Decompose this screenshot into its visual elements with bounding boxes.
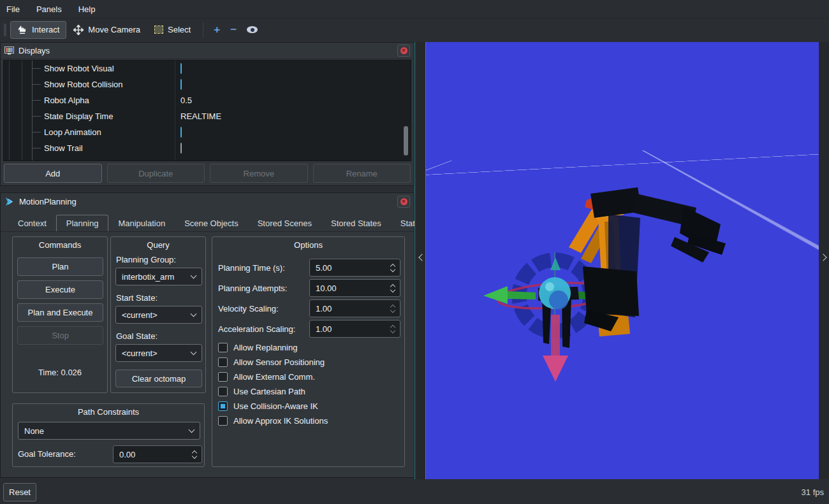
select-tool-button[interactable]: Select (147, 21, 198, 39)
use-cartesian-path-checkbox[interactable] (218, 387, 228, 396)
planning-attempts-spinbox[interactable]: 10.00 (309, 279, 400, 297)
duplicate-display-button[interactable]: Duplicate (107, 164, 205, 183)
allow-approx-ik-solutions-checkbox[interactable] (218, 416, 228, 426)
remove-display-button[interactable]: Remove (210, 164, 308, 183)
robot-scene (426, 42, 819, 479)
panel-collapse-handle-left[interactable] (414, 42, 426, 479)
spin-arrows-icon[interactable] (391, 264, 399, 271)
displays-button-row: Add Duplicate Remove Rename (1, 164, 414, 183)
chevron-down-icon (189, 426, 195, 433)
3d-viewport[interactable] (426, 42, 819, 479)
path-constraints-select[interactable]: None (18, 422, 200, 440)
property-checkbox[interactable] (180, 127, 182, 138)
property-row[interactable]: Loop Animation (4, 124, 411, 140)
property-value[interactable]: REALTIME (180, 112, 221, 121)
panel-collapse-handle-right[interactable] (819, 42, 829, 479)
zoom-in-button[interactable]: + (209, 24, 225, 36)
planning-time-spinbox[interactable]: 5.00 (309, 259, 400, 277)
property-value[interactable]: 0.5 (180, 96, 192, 105)
goal-tolerance-spinbox[interactable]: 0.00 (113, 445, 202, 463)
property-row[interactable]: State Display Time REALTIME (4, 108, 411, 124)
allow-sensor-positioning-checkbox-row[interactable]: Allow Sensor Positioning (218, 357, 325, 367)
property-row[interactable]: Robot Alpha 0.5 (4, 92, 411, 108)
spin-arrows-icon[interactable] (391, 285, 399, 292)
displays-close-button[interactable]: × (397, 45, 410, 57)
move-camera-tool-label: Move Camera (88, 25, 140, 34)
tab-stored-states[interactable]: Stored States (321, 216, 391, 231)
rename-display-button[interactable]: Rename (313, 164, 411, 183)
menu-file[interactable]: File (6, 4, 29, 14)
reset-button[interactable]: Reset (3, 483, 36, 501)
fps-counter: 31 fps (802, 487, 824, 497)
stop-button[interactable]: Stop (17, 326, 103, 345)
property-checkbox[interactable] (180, 143, 182, 154)
x-axis-arrow-left (483, 286, 536, 304)
spin-arrows-icon[interactable] (391, 326, 399, 333)
allow-replanning-checkbox-row[interactable]: Allow Replanning (218, 343, 297, 352)
property-checkbox[interactable] (180, 63, 182, 74)
zoom-out-button[interactable]: − (225, 24, 242, 36)
property-row[interactable]: Show Robot Visual (4, 61, 411, 76)
displays-panel-title: Displays (18, 46, 393, 55)
velocity-scaling-spinbox[interactable]: 1.00 (309, 299, 400, 317)
use-cartesian-path-checkbox-row[interactable]: Use Cartesian Path (218, 387, 305, 396)
tab-context[interactable]: Context (8, 216, 56, 231)
spin-arrows-icon[interactable] (193, 451, 200, 458)
property-row[interactable]: Trail Step Size 1 (4, 156, 411, 161)
allow-external-comm-checkbox[interactable] (218, 372, 228, 382)
commands-group: Commands Plan Execute Plan and Execute S… (12, 236, 108, 393)
menu-help[interactable]: Help (78, 4, 105, 14)
tab-stored-scenes[interactable]: Stored Scenes (248, 216, 321, 231)
tab-manipulation[interactable]: Manipulation (108, 216, 175, 231)
property-label: Show Robot Collision (44, 80, 123, 89)
displays-property-tree[interactable]: Show Robot Visual Show Robot Collision R… (3, 60, 411, 161)
property-value[interactable]: 1 (180, 159, 185, 161)
tab-planning[interactable]: Planning (56, 215, 109, 231)
motion-planning-header[interactable]: MotionPlanning × (1, 193, 414, 210)
menu-panels[interactable]: Panels (36, 4, 71, 14)
allow-external-comm-checkbox-row[interactable]: Allow External Comm. (218, 372, 315, 382)
visibility-eye-button[interactable] (247, 26, 258, 33)
planning-group-select[interactable]: interbotix_arm (115, 268, 202, 285)
motion-planning-tabs: Context Planning Manipulation Scene Obje… (1, 215, 414, 231)
add-display-button[interactable]: Add (4, 164, 102, 183)
allow-replanning-checkbox[interactable] (218, 343, 228, 352)
use-collision-aware-ik-checkbox-row[interactable]: Use Collision-Aware IK (218, 401, 318, 411)
planning-group-label: Planning Group: (116, 255, 176, 264)
acceleration-scaling-value: 1.00 (316, 324, 332, 334)
options-group: Options Planning Time (s): 5.00 Planning… (212, 236, 405, 467)
path-constraints-title: Path Constraints (13, 407, 204, 417)
toolbar-grip[interactable] (4, 24, 6, 36)
start-state-label: Start State: (116, 293, 158, 303)
spin-arrows-icon[interactable] (391, 305, 399, 312)
acceleration-scaling-spinbox[interactable]: 1.00 (309, 320, 400, 338)
property-label: State Display Time (44, 112, 113, 121)
goal-state-select[interactable]: <current> (115, 344, 202, 362)
planning-time-value: 5.00 (316, 263, 332, 273)
use-collision-aware-ik-checkbox[interactable] (218, 401, 228, 411)
displays-panel-header[interactable]: Displays × (1, 43, 414, 59)
checkbox-label: Allow Sensor Positioning (233, 357, 325, 367)
move-camera-tool-button[interactable]: Move Camera (66, 21, 147, 39)
allow-approx-ik-solutions-checkbox-row[interactable]: Allow Approx IK Solutions (218, 416, 328, 426)
property-row[interactable]: Show Robot Collision (4, 76, 411, 92)
start-state-select[interactable]: <current> (115, 306, 202, 324)
interact-tool-button[interactable]: Interact (10, 21, 66, 39)
clear-octomap-button[interactable]: Clear octomap (115, 370, 202, 387)
motion-planning-close-button[interactable]: × (397, 196, 410, 208)
property-row[interactable]: Show Trail (4, 140, 411, 156)
property-checkbox[interactable] (180, 79, 182, 90)
plan-and-execute-button[interactable]: Plan and Execute (17, 303, 103, 322)
velocity-scaling-label: Velocity Scaling: (218, 304, 279, 313)
query-group: Query Planning Group: interbotix_arm Sta… (110, 236, 206, 393)
property-label: Show Trail (44, 143, 83, 153)
motion-planning-title: MotionPlanning (19, 197, 393, 206)
chevron-down-icon (191, 349, 197, 355)
planning-time-readout: Time: 0.026 (13, 368, 107, 377)
plan-button[interactable]: Plan (17, 257, 103, 276)
tab-scene-objects[interactable]: Scene Objects (175, 216, 248, 231)
goal-tolerance-value: 0.00 (119, 450, 135, 459)
allow-sensor-positioning-checkbox[interactable] (218, 357, 228, 367)
execute-button[interactable]: Execute (17, 280, 103, 299)
tree-scrollbar-handle[interactable] (404, 126, 408, 155)
